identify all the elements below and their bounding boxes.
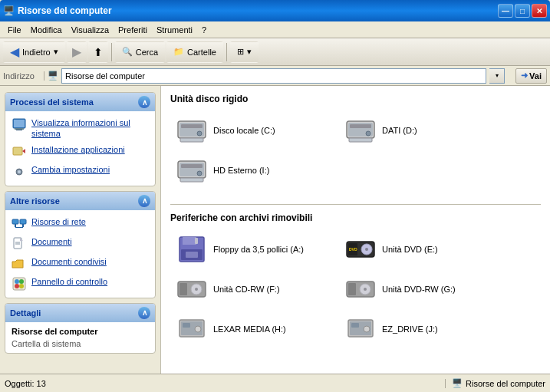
drive-i[interactable]: HD Esterno (I:) [170, 152, 339, 189]
section-header-processi[interactable]: Processi del sistema ∧ [5, 93, 155, 111]
svg-point-24 [197, 131, 202, 136]
title-bar-left: 🖥️ Risorse del computer [3, 5, 112, 16]
link-pannello[interactable]: Pannello di controllo [8, 275, 152, 293]
views-button[interactable]: ⊞ ▾ [230, 41, 259, 63]
drive-h[interactable]: LEXAR MEDIA (H:) [170, 311, 339, 348]
section-title-dettagli: Dettagli [10, 308, 41, 318]
usb-j-icon [345, 315, 376, 343]
folders-icon: 📁 [173, 47, 184, 57]
svg-rect-28 [350, 124, 371, 128]
drive-g[interactable]: Unità DVD-RW (G:) [339, 271, 508, 308]
collapse-altre[interactable]: ∧ [138, 195, 150, 207]
svg-rect-4 [13, 147, 22, 155]
status-right-label: Risorse del computer [466, 379, 545, 388]
folders-button[interactable]: 📁 Cartelle [166, 41, 223, 63]
link-documenti[interactable]: Documenti [8, 235, 152, 253]
svg-point-53 [364, 288, 367, 291]
drive-a[interactable]: Floppy da 3,5 pollici (A:) [170, 231, 339, 268]
drive-f[interactable]: Unità CD-RW (F:) [170, 271, 339, 308]
collapse-dettagli[interactable]: ∧ [138, 307, 150, 319]
views-dropdown-icon: ▾ [247, 47, 252, 57]
menu-bar: File Modifica Visualizza Preferiti Strum… [0, 21, 550, 38]
info-icon [12, 117, 27, 133]
status-icon: 🖥️ [452, 378, 463, 388]
drive-j-label: EZ_DRIVE (J:) [382, 324, 438, 334]
back-button[interactable]: ◀ Indietro ▾ [3, 41, 65, 63]
search-button[interactable]: 🔍 Cerca [115, 41, 165, 63]
svg-point-7 [18, 170, 21, 173]
link-impostazioni[interactable]: Cambia impostazioni [8, 163, 152, 181]
svg-rect-8 [12, 219, 18, 224]
maximize-button[interactable]: □ [515, 4, 530, 18]
link-visualizza-info[interactable]: Visualizza informazioni sul sistema [8, 116, 152, 141]
sidebar-section-dettagli: Dettagli ∧ Risorse del computer Cartella… [5, 303, 156, 354]
svg-rect-9 [20, 219, 26, 224]
menu-strumenti[interactable]: Strumenti [152, 24, 197, 36]
address-input-field[interactable]: Risorse del computer [61, 68, 486, 84]
minimize-button[interactable]: — [498, 4, 513, 18]
svg-rect-37 [183, 237, 196, 245]
collapse-processi[interactable]: ∧ [138, 96, 150, 108]
main-container: Processi del sistema ∧ Visualizza inform… [0, 86, 550, 374]
link-installazione[interactable]: Installazione applicazioni [8, 143, 152, 161]
section-title-processi: Processi del sistema [10, 97, 94, 107]
section-header-altre[interactable]: Altre risorse ∧ [5, 192, 155, 210]
section-divider [170, 204, 541, 205]
link-rete[interactable]: Risorse di rete [8, 215, 152, 233]
close-button[interactable]: ✕ [532, 4, 547, 18]
details-title: Risorse del computer [12, 327, 149, 336]
drive-g-label: Unità DVD-RW (G:) [382, 285, 456, 294]
forward-icon: ▶ [72, 44, 81, 59]
usb-h-icon [176, 315, 207, 343]
drive-h-label: LEXAR MEDIA (H:) [213, 324, 286, 334]
svg-rect-60 [351, 323, 359, 328]
toolbar-separator-1 [111, 43, 112, 61]
go-button[interactable]: ➜ Vai [515, 68, 547, 84]
hdd-i-icon [176, 156, 207, 184]
section-header-dettagli[interactable]: Dettagli ∧ [5, 304, 155, 322]
section-content-altre: Risorse di rete Documenti [5, 210, 155, 298]
svg-rect-10 [15, 224, 16, 227]
svg-rect-51 [348, 283, 356, 295]
window-icon: 🖥️ [3, 5, 15, 16]
menu-help[interactable]: ? [197, 24, 211, 36]
section-content-dettagli: Risorse del computer Cartella di sistema [5, 322, 155, 353]
svg-rect-11 [22, 224, 24, 227]
dvd-icon: DVD [345, 236, 376, 263]
views-icon: ⊞ [237, 47, 244, 57]
drive-a-label: Floppy da 3,5 pollici (A:) [213, 245, 304, 254]
dvdrw-icon [345, 275, 376, 303]
status-right: 🖥️ Risorse del computer [446, 378, 545, 388]
address-dropdown[interactable]: ▾ [489, 68, 505, 84]
svg-rect-30 [349, 138, 372, 142]
menu-file[interactable]: File [3, 24, 26, 36]
toolbar-separator-2 [226, 43, 227, 61]
svg-point-44 [365, 248, 368, 251]
cdrw-icon [176, 275, 207, 303]
svg-marker-5 [22, 149, 25, 153]
details-subtitle: Cartella di sistema [12, 339, 149, 348]
menu-visualizza[interactable]: Visualizza [67, 24, 114, 36]
drive-e[interactable]: DVD Unità DVD (E:) [339, 231, 508, 268]
section-title-altre: Altre risorse [10, 196, 60, 206]
menu-modifica[interactable]: Modifica [26, 24, 67, 36]
menu-preferiti[interactable]: Preferiti [114, 24, 152, 36]
svg-point-18 [19, 279, 24, 284]
status-left: Oggetti: 13 [5, 379, 446, 388]
window-title: Risorse del computer [18, 5, 112, 16]
svg-text:DVD: DVD [349, 247, 357, 252]
forward-button[interactable]: ▶ [67, 41, 87, 63]
search-icon: 🔍 [122, 47, 133, 57]
link-documenti-condivisi[interactable]: Documenti condivisi [8, 255, 152, 273]
svg-point-49 [195, 288, 198, 291]
toolbar: ◀ Indietro ▾ ▶ ⬆ 🔍 Cerca 📁 Cartelle ⊞ ▾ [0, 38, 550, 66]
svg-point-57 [195, 326, 201, 332]
drive-j[interactable]: EZ_DRIVE (J:) [339, 311, 508, 348]
address-icon: 🖥️ [48, 71, 58, 81]
drive-d-label: DATI (D:) [382, 126, 417, 135]
up-button[interactable]: ⬆ [88, 41, 108, 63]
drive-d[interactable]: DATI (D:) [339, 112, 508, 149]
svg-point-61 [364, 326, 370, 332]
svg-rect-1 [14, 120, 25, 127]
drive-c[interactable]: Disco locale (C:) [170, 112, 339, 149]
